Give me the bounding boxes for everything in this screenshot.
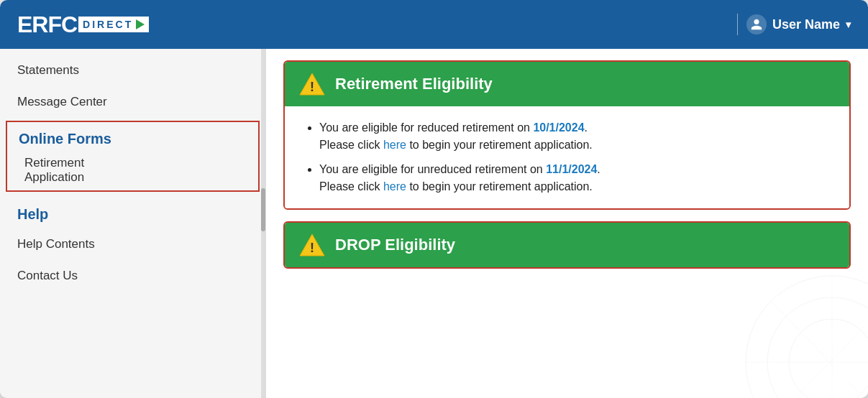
play-icon — [136, 19, 145, 29]
svg-text:!: ! — [310, 80, 314, 94]
reduced-retirement-date[interactable]: 10/1/2024 — [533, 121, 584, 134]
drop-card-header: ! DROP Eligibility — [285, 223, 849, 267]
logo-direct: DIRECT — [78, 17, 149, 32]
svg-line-9 — [771, 301, 864, 398]
svg-point-4 — [746, 276, 868, 398]
svg-text:!: ! — [310, 241, 314, 255]
logo-area: ERFC DIRECT — [17, 11, 149, 38]
retirement-card-header: ! Retirement Eligibility — [285, 62, 849, 106]
sidebar-item-contact-us[interactable]: Contact Us — [0, 260, 265, 292]
drop-warning-icon: ! — [299, 233, 325, 257]
app-window: ERFC DIRECT User Name ▾ Stat — [0, 0, 868, 398]
logo-erfc: ERFC — [17, 11, 77, 38]
sidebar-item-help-contents[interactable]: Help Contents — [0, 228, 265, 260]
scrollbar-track — [261, 49, 265, 398]
svg-point-6 — [789, 319, 868, 398]
header-right: User Name ▾ — [737, 14, 851, 35]
sidebar-item-message-center[interactable]: Message Center — [0, 86, 265, 118]
svg-point-5 — [767, 297, 868, 398]
sidebar-section-help: Help — [0, 195, 265, 228]
scrollbar-thumb[interactable] — [261, 188, 265, 231]
unreduced-retirement-link[interactable]: here — [383, 180, 406, 193]
sidebar-item-retirement-application[interactable]: RetirementApplication — [7, 153, 258, 190]
retirement-card-body: You are eligible for reduced retirement … — [285, 106, 849, 208]
retirement-bullet-2: You are eligible for unreduced retiremen… — [319, 161, 832, 195]
retirement-eligibility-card: ! Retirement Eligibility You are eligibl… — [283, 60, 851, 210]
content-area: ! Retirement Eligibility You are eligibl… — [266, 49, 868, 398]
drop-card-title: DROP Eligibility — [335, 236, 455, 254]
sidebar: Statements Message Center Online Forms R… — [0, 49, 266, 398]
retirement-bullet-1: You are eligible for reduced retirement … — [319, 119, 832, 154]
user-name: User Name — [772, 17, 840, 32]
sidebar-item-statements[interactable]: Statements — [0, 55, 265, 86]
retirement-bullets: You are eligible for reduced retirement … — [302, 119, 832, 195]
reduced-retirement-link[interactable]: here — [383, 139, 406, 151]
drop-eligibility-card: ! DROP Eligibility — [283, 221, 851, 269]
user-area[interactable]: User Name ▾ — [746, 14, 851, 34]
warning-icon: ! — [299, 72, 325, 96]
user-icon — [746, 14, 767, 34]
chevron-down-icon: ▾ — [846, 19, 851, 30]
sidebar-section-online-forms[interactable]: Online Forms — [7, 122, 258, 153]
retirement-card-title: Retirement Eligibility — [335, 75, 493, 93]
header-divider — [737, 14, 738, 35]
unreduced-retirement-date[interactable]: 11/1/2024 — [546, 163, 597, 175]
main-content: Statements Message Center Online Forms R… — [0, 49, 868, 398]
header: ERFC DIRECT User Name ▾ — [0, 0, 868, 49]
bg-decoration — [652, 254, 868, 398]
online-forms-section: Online Forms RetirementApplication — [6, 121, 260, 192]
svg-line-10 — [771, 326, 864, 398]
